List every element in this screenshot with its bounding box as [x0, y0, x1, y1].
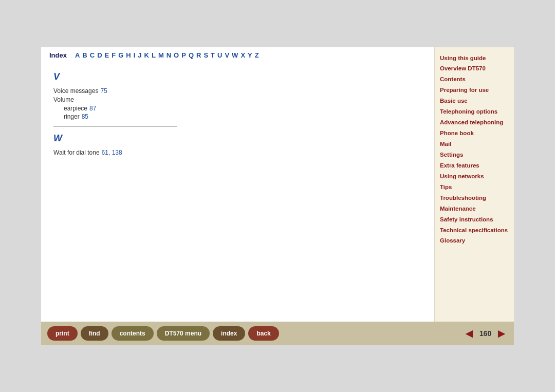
page-number: 160 [479, 329, 491, 338]
sidebar-link-technical-specifications[interactable]: Technical specifications [440, 227, 509, 234]
next-page-button[interactable]: ► [495, 326, 508, 341]
index-letter-a[interactable]: A [75, 51, 80, 59]
dt570-button[interactable]: DT570 menu [157, 326, 210, 341]
ringer-label: ringer [64, 113, 80, 120]
index-label: Index [49, 51, 67, 59]
index-letter-i[interactable]: I [134, 51, 136, 59]
pagination: ◄ 160 ► [463, 326, 508, 341]
index-letter-d[interactable]: D [97, 51, 102, 59]
index-letter-x[interactable]: X [240, 51, 245, 59]
sidebar-link-safety-instructions[interactable]: Safety instructions [440, 216, 509, 223]
sidebar-link-phone-book[interactable]: Phone book [440, 129, 509, 137]
sidebar-link-telephoning-options[interactable]: Telephoning options [440, 108, 509, 116]
index-letters: ABCDEFGHIJKLMNOPQRSTUVWXYZ [75, 51, 259, 59]
voice-messages-label: Voice messages [53, 87, 98, 95]
index-letter-r[interactable]: R [196, 51, 201, 59]
index-letter-f[interactable]: F [112, 51, 116, 59]
index-letter-z[interactable]: Z [255, 51, 259, 59]
section-divider-vw [53, 126, 177, 127]
sidebar-link-extra-features[interactable]: Extra features [440, 162, 509, 170]
index-letter-k[interactable]: K [144, 51, 149, 59]
earpiece-link[interactable]: 87 [89, 105, 96, 112]
earpiece-label: earpiece [64, 105, 87, 112]
entry-volume: Volume [53, 96, 422, 103]
print-button[interactable]: print [47, 326, 78, 341]
wait-dial-tone-label: Wait for dial tone [53, 149, 100, 156]
volume-label: Volume [53, 96, 74, 103]
sidebar-link-preparing-for-use[interactable]: Preparing for use [440, 86, 509, 94]
index-letter-h[interactable]: H [126, 51, 131, 59]
entry-voice-messages: Voice messages 75 [53, 87, 422, 95]
index-letter-s[interactable]: S [203, 51, 208, 59]
back-button[interactable]: back [248, 326, 279, 341]
index-letter-g[interactable]: G [118, 51, 123, 59]
section-w-letter: W [53, 133, 422, 144]
page-container: Index ABCDEFGHIJKLMNOPQRSTUVWXYZ V Voice… [41, 47, 514, 345]
index-letter-c[interactable]: C [90, 51, 95, 59]
index-letter-e[interactable]: E [105, 51, 109, 59]
sidebar-link-maintenance[interactable]: Maintenance [440, 205, 509, 213]
sidebar-link-advanced-telephoning[interactable]: Advanced telephoning [440, 119, 509, 126]
sidebar-link-mail[interactable]: Mail [440, 140, 509, 148]
ringer-link[interactable]: 85 [82, 113, 88, 120]
sidebar-link-contents[interactable]: Contents [440, 76, 509, 83]
index-button[interactable]: index [213, 326, 245, 341]
index-letter-p[interactable]: P [181, 51, 186, 59]
sidebar-link-settings[interactable]: Settings [440, 151, 509, 159]
index-letter-o[interactable]: O [174, 51, 179, 59]
index-letter-u[interactable]: U [217, 51, 222, 59]
sidebar-link-troubleshooting[interactable]: Troubleshooting [440, 194, 509, 202]
sidebar-link-using-networks[interactable]: Using networks [440, 173, 509, 180]
index-letter-y[interactable]: Y [248, 51, 252, 59]
sidebar-link-using-this-guide[interactable]: Using this guide [440, 54, 509, 62]
index-letter-n[interactable]: N [166, 51, 171, 59]
index-letter-m[interactable]: M [158, 51, 164, 59]
sidebar-link-overview-dt570[interactable]: Overview DT570 [440, 65, 509, 72]
prev-page-button[interactable]: ◄ [463, 326, 475, 341]
content-body: V Voice messages 75 Volume earpiece 87 r… [41, 63, 434, 322]
index-letter-w[interactable]: W [232, 51, 238, 59]
contents-button[interactable]: contents [112, 326, 154, 341]
index-letter-v[interactable]: V [225, 51, 229, 59]
index-nav: Index ABCDEFGHIJKLMNOPQRSTUVWXYZ [41, 47, 434, 63]
wait-dial-tone-link[interactable]: 61, 138 [102, 149, 122, 156]
find-button[interactable]: find [81, 326, 108, 341]
sidebar: Using this guideOverview DT570ContentsPr… [434, 47, 514, 322]
voice-messages-link[interactable]: 75 [100, 87, 107, 95]
sidebar-link-glossary[interactable]: Glossary [440, 237, 509, 245]
toolbar: print find contents DT570 menu index bac… [41, 322, 514, 345]
main-area: Index ABCDEFGHIJKLMNOPQRSTUVWXYZ V Voice… [41, 47, 514, 322]
index-letter-q[interactable]: Q [189, 51, 194, 59]
sidebar-link-basic-use[interactable]: Basic use [440, 97, 509, 105]
index-letter-b[interactable]: B [82, 51, 87, 59]
entry-wait-dial-tone: Wait for dial tone 61, 138 [53, 149, 422, 156]
sidebar-link-tips[interactable]: Tips [440, 183, 509, 191]
entry-earpiece: earpiece 87 [64, 105, 422, 112]
section-v-letter: V [53, 71, 422, 82]
content-area: Index ABCDEFGHIJKLMNOPQRSTUVWXYZ V Voice… [41, 47, 434, 322]
index-letter-j[interactable]: J [138, 51, 141, 59]
index-letter-l[interactable]: L [152, 51, 156, 59]
entry-ringer: ringer 85 [64, 113, 422, 120]
index-letter-t[interactable]: T [211, 51, 215, 59]
